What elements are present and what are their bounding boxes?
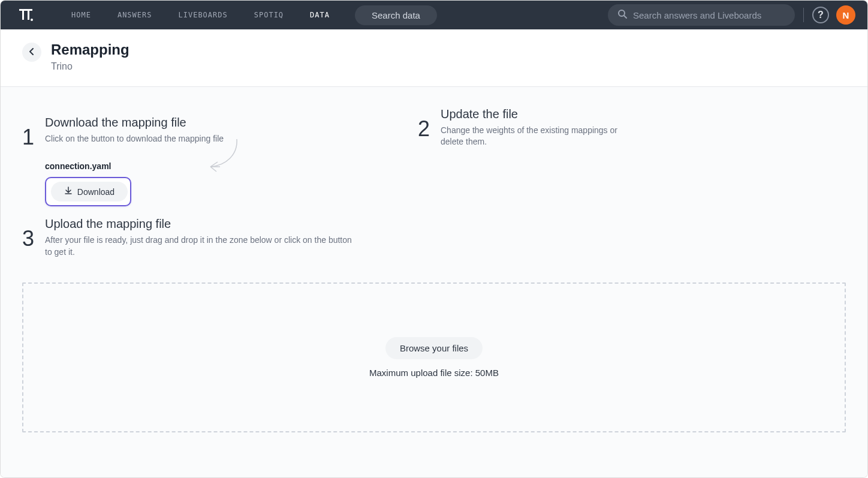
page-header: Remapping Trino bbox=[1, 29, 867, 87]
mapping-filename: connection.yaml bbox=[45, 161, 418, 171]
max-upload-size: Maximum upload file size: 50MB bbox=[369, 368, 499, 378]
help-button[interactable]: ? bbox=[812, 7, 829, 23]
svg-rect-2 bbox=[28, 11, 29, 20]
svg-point-3 bbox=[31, 19, 33, 21]
svg-rect-1 bbox=[22, 11, 24, 20]
step-1-title: Download the mapping file bbox=[45, 116, 418, 130]
search-data-button[interactable]: Search data bbox=[355, 5, 437, 25]
svg-line-5 bbox=[624, 16, 626, 18]
logo-icon[interactable] bbox=[17, 4, 39, 26]
nav-data[interactable]: DATA bbox=[297, 11, 343, 19]
download-button[interactable]: Download bbox=[51, 182, 128, 202]
download-label: Download bbox=[77, 187, 114, 197]
step-number-3: 3 bbox=[22, 228, 35, 249]
nav-home[interactable]: HOME bbox=[58, 11, 104, 19]
page-title: Remapping bbox=[51, 41, 129, 59]
step-2-title: Update the file bbox=[441, 107, 658, 121]
step-1-desc: Click on the button to download the mapp… bbox=[45, 133, 225, 145]
step-1: 1 Download the mapping file Click on the… bbox=[22, 116, 418, 207]
content: 1 Download the mapping file Click on the… bbox=[1, 87, 867, 478]
steps-row-top: 1 Download the mapping file Click on the… bbox=[22, 116, 846, 207]
page-subtitle: Trino bbox=[51, 61, 129, 72]
nav-answers[interactable]: ANSWERS bbox=[104, 11, 165, 19]
browse-files-button[interactable]: Browse your files bbox=[385, 337, 483, 359]
step-3-title: Upload the mapping file bbox=[45, 217, 418, 231]
back-button[interactable] bbox=[22, 43, 41, 62]
step-number-1: 1 bbox=[22, 127, 35, 148]
step-number-2: 2 bbox=[418, 118, 431, 140]
step-3-desc: After your file is ready, just drag and … bbox=[45, 235, 357, 258]
step-3: 3 Upload the mapping file After your fil… bbox=[22, 217, 418, 258]
global-search[interactable] bbox=[608, 4, 795, 26]
chevron-left-icon bbox=[29, 47, 35, 58]
nav-items: HOME ANSWERS LIVEBOARDS SPOTIQ DATA bbox=[58, 11, 343, 19]
upload-dropzone[interactable]: Browse your files Maximum upload file si… bbox=[22, 282, 846, 432]
divider bbox=[803, 8, 804, 22]
download-icon bbox=[64, 187, 73, 197]
avatar[interactable]: N bbox=[836, 5, 855, 25]
step-2-desc: Change the weights of the existing mappi… bbox=[441, 125, 620, 148]
step-2: 2 Update the file Change the weights of … bbox=[418, 107, 658, 207]
nav-liveboards[interactable]: LIVEBOARDS bbox=[165, 11, 240, 19]
topbar: HOME ANSWERS LIVEBOARDS SPOTIQ DATA Sear… bbox=[1, 1, 867, 29]
global-search-input[interactable] bbox=[633, 10, 785, 20]
nav-spotiq[interactable]: SPOTIQ bbox=[241, 11, 297, 19]
search-icon bbox=[617, 9, 627, 21]
download-highlight: Download bbox=[45, 177, 131, 206]
svg-rect-0 bbox=[19, 9, 32, 11]
